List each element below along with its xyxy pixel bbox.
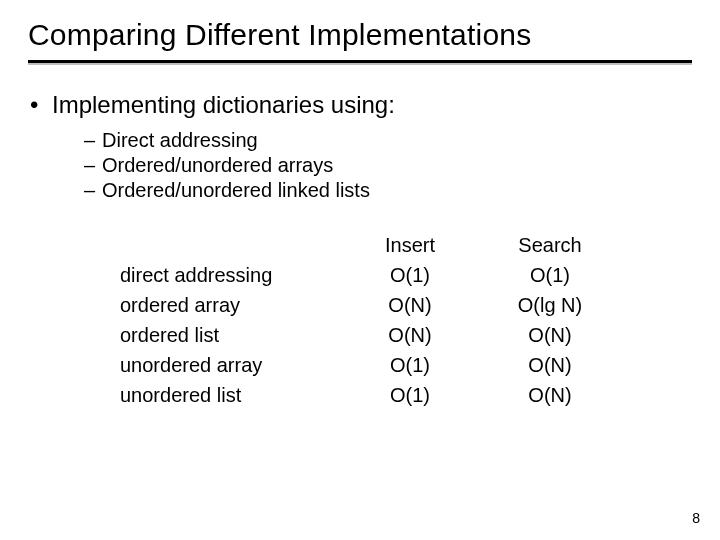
table-row: unordered array O(1) O(N) [120, 350, 692, 380]
page-title: Comparing Different Implementations [28, 18, 692, 52]
table-row: ordered list O(N) O(N) [120, 320, 692, 350]
cell-insert: O(1) [340, 380, 480, 410]
table-row: ordered array O(N) O(lg N) [120, 290, 692, 320]
cell-search: O(N) [480, 350, 620, 380]
cell-search: O(N) [480, 380, 620, 410]
cell-search: O(lg N) [480, 290, 620, 320]
complexity-table: Insert Search direct addressing O(1) O(1… [120, 230, 692, 410]
slide: Comparing Different Implementations Impl… [0, 0, 720, 540]
table-header-row: Insert Search [120, 230, 692, 260]
cell-label: ordered array [120, 290, 340, 320]
cell-insert: O(N) [340, 320, 480, 350]
cell-label: ordered list [120, 320, 340, 350]
page-number: 8 [692, 510, 700, 526]
sub-bullet-list: Direct addressing Ordered/unordered arra… [28, 129, 692, 202]
cell-insert: O(1) [340, 260, 480, 290]
cell-insert: O(N) [340, 290, 480, 320]
sub-bullet-item: Ordered/unordered linked lists [84, 179, 692, 202]
table-header-insert: Insert [340, 230, 480, 260]
table-header-search: Search [480, 230, 620, 260]
cell-label: unordered list [120, 380, 340, 410]
table-header-label [120, 230, 340, 260]
cell-insert: O(1) [340, 350, 480, 380]
sub-bullet-item: Direct addressing [84, 129, 692, 152]
cell-search: O(N) [480, 320, 620, 350]
title-underline [28, 60, 692, 63]
cell-label: unordered array [120, 350, 340, 380]
cell-search: O(1) [480, 260, 620, 290]
table-row: direct addressing O(1) O(1) [120, 260, 692, 290]
table-row: unordered list O(1) O(N) [120, 380, 692, 410]
intro-bullet: Implementing dictionaries using: [28, 91, 692, 119]
sub-bullet-item: Ordered/unordered arrays [84, 154, 692, 177]
cell-label: direct addressing [120, 260, 340, 290]
